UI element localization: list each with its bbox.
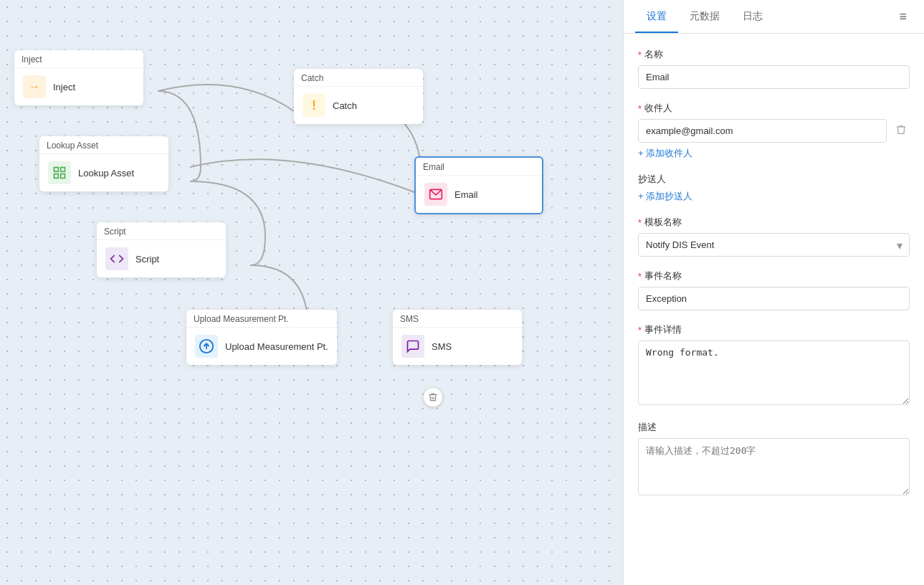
recipient-label: * 收件人 — [638, 102, 910, 115]
sms-icon — [401, 335, 424, 358]
recipient-row — [638, 119, 910, 143]
upload-icon — [195, 335, 218, 358]
script-node-header: Script — [97, 222, 226, 240]
description-group: 描述 — [638, 421, 910, 498]
email-node-header: Email — [416, 158, 542, 176]
delete-recipient-button[interactable] — [892, 121, 910, 141]
event-name-input[interactable] — [638, 287, 910, 310]
catch-icon: ! — [303, 94, 325, 117]
lookup-node-header: Lookup Asset — [39, 136, 168, 154]
inject-node-label: Inject — [53, 82, 75, 92]
name-input[interactable] — [638, 65, 910, 89]
cc-group: 抄送人 + 添加抄送人 — [638, 173, 910, 203]
tab-metadata[interactable]: 元数据 — [678, 0, 731, 33]
email-node[interactable]: Email Email — [414, 156, 543, 214]
lookup-node[interactable]: Lookup Asset Lookup Asset — [39, 136, 168, 191]
svg-rect-2 — [54, 174, 59, 179]
script-icon — [105, 247, 128, 270]
tabs-header: 设置 元数据 日志 ≡ — [624, 0, 924, 34]
email-node-label: Email — [454, 189, 478, 200]
name-group: * 名称 — [638, 48, 910, 89]
recipient-group: * 收件人 + 添加收件人 — [638, 102, 910, 160]
event-detail-group: * 事件详情 — [638, 323, 910, 408]
catch-node-header: Catch — [294, 69, 423, 87]
description-textarea[interactable] — [638, 438, 910, 495]
script-node-label: Script — [135, 254, 159, 265]
event-name-group: * 事件名称 — [638, 270, 910, 310]
recipient-input[interactable] — [638, 119, 887, 143]
add-cc-button[interactable]: + 添加抄送人 — [638, 190, 910, 203]
svg-rect-0 — [54, 168, 59, 172]
script-node[interactable]: Script Script — [97, 222, 226, 277]
template-select[interactable]: Notify DIS Event — [638, 233, 910, 257]
event-detail-required-star: * — [638, 325, 642, 336]
upload-node-label: Upload Measurement Pt. — [225, 341, 328, 352]
form-area: * 名称 * 收件人 + 添加收件人 — [624, 34, 924, 585]
sms-node-label: SMS — [432, 341, 452, 352]
event-name-required-star: * — [638, 271, 642, 282]
lookup-icon — [48, 161, 71, 184]
tab-settings[interactable]: 设置 — [635, 0, 678, 33]
recipient-required-star: * — [638, 103, 642, 114]
template-group: * 模板名称 Notify DIS Event ▾ — [638, 216, 910, 257]
tab-logs[interactable]: 日志 — [731, 0, 774, 33]
tab-menu-icon[interactable]: ≡ — [893, 4, 913, 30]
add-recipient-button[interactable]: + 添加收件人 — [638, 147, 910, 160]
event-detail-textarea[interactable] — [638, 341, 910, 405]
catch-node-label: Catch — [333, 100, 357, 111]
svg-rect-1 — [61, 168, 65, 172]
email-icon — [424, 183, 447, 206]
event-detail-label: * 事件详情 — [638, 323, 910, 336]
lookup-node-label: Lookup Asset — [78, 168, 134, 179]
description-label: 描述 — [638, 421, 910, 434]
name-required-star: * — [638, 49, 642, 60]
name-label: * 名称 — [638, 48, 910, 61]
upload-node-header: Upload Measurement Pt. — [186, 310, 337, 328]
inject-icon: → — [23, 75, 46, 98]
canvas[interactable]: Inject → Inject Lookup Asset Lookup Asse… — [0, 0, 623, 585]
event-name-label: * 事件名称 — [638, 270, 910, 282]
svg-rect-3 — [61, 174, 65, 179]
sms-node[interactable]: SMS SMS — [393, 310, 522, 365]
cc-label: 抄送人 — [638, 173, 910, 186]
inject-node[interactable]: Inject → Inject — [14, 50, 143, 105]
template-select-wrapper: Notify DIS Event ▾ — [638, 233, 910, 257]
right-panel: 设置 元数据 日志 ≡ * 名称 * 收件人 — [623, 0, 924, 585]
sms-node-header: SMS — [393, 310, 522, 328]
inject-node-header: Inject — [14, 50, 143, 68]
catch-node[interactable]: Catch ! Catch — [294, 69, 423, 124]
template-required-star: * — [638, 217, 642, 228]
delete-email-button[interactable] — [423, 387, 443, 407]
upload-node[interactable]: Upload Measurement Pt. Upload Measuremen… — [186, 310, 337, 365]
template-label: * 模板名称 — [638, 216, 910, 229]
